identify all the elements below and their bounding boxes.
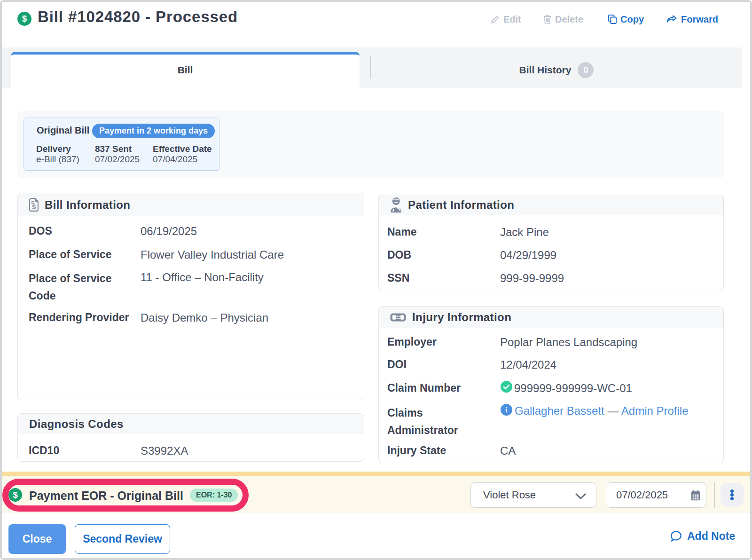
svg-text:$: $: [32, 203, 36, 211]
svg-text:i: i: [505, 406, 508, 414]
